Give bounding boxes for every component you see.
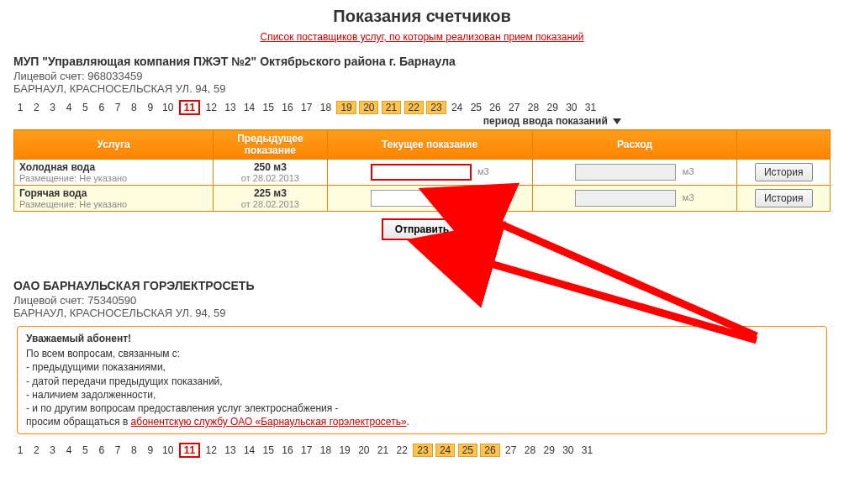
day-cell[interactable]: 18	[318, 444, 334, 457]
day-cell[interactable]: 5	[78, 101, 92, 114]
day-calendar: 1 2 3 4 5 6 7 8 9 10 11 12 13 14 15 16 1…	[13, 441, 831, 459]
day-cell[interactable]: 20	[359, 101, 378, 114]
day-cell[interactable]: 10	[160, 444, 176, 457]
day-cell[interactable]: 14	[241, 101, 257, 114]
day-cell[interactable]: 15	[261, 444, 277, 457]
day-cell[interactable]: 20	[356, 444, 372, 457]
day-cell[interactable]: 10	[160, 101, 176, 114]
day-cell[interactable]: 18	[318, 101, 334, 114]
day-cell[interactable]: 7	[111, 444, 124, 457]
day-cell[interactable]: 19	[336, 444, 352, 457]
consumption-input	[575, 164, 676, 181]
day-cell[interactable]: 2	[29, 444, 43, 457]
day-cell[interactable]: 21	[375, 444, 391, 457]
day-cell[interactable]: 4	[62, 101, 76, 114]
submit-row: Отправить	[13, 212, 831, 247]
day-cell[interactable]: 8	[127, 444, 140, 457]
day-cell[interactable]: 7	[111, 101, 124, 114]
day-cell[interactable]: 9	[144, 444, 157, 457]
day-calendar: 1 2 3 4 5 6 7 8 9 10 11 12 13 14 15 16 1…	[13, 98, 831, 117]
consumption-input	[575, 190, 676, 207]
day-cell[interactable]: 24	[435, 444, 455, 457]
day-cell[interactable]: 29	[544, 101, 560, 114]
day-cell[interactable]: 19	[336, 101, 356, 114]
day-cell[interactable]: 4	[62, 444, 76, 457]
day-cell[interactable]: 21	[382, 101, 401, 114]
notice-line: - наличием задолженности,	[26, 388, 818, 402]
day-cell[interactable]: 22	[394, 444, 410, 457]
day-cell[interactable]: 8	[127, 101, 140, 114]
period-label[interactable]: период ввода показаний	[13, 115, 831, 127]
day-cell[interactable]: 9	[144, 101, 157, 114]
day-cell[interactable]: 11	[179, 443, 200, 458]
col-cons: Расход	[532, 130, 737, 160]
day-cell[interactable]: 26	[480, 444, 499, 457]
day-cell[interactable]: 23	[426, 101, 446, 114]
providers-link[interactable]: Список поставщиков услуг, по которым реа…	[260, 31, 583, 43]
submit-button[interactable]: Отправить	[382, 218, 462, 240]
day-cell[interactable]: 5	[78, 444, 92, 457]
providers-link-wrap: Список поставщиков услуг, по которым реа…	[10, 31, 834, 43]
day-cell[interactable]: 12	[203, 444, 219, 457]
day-cell[interactable]: 3	[46, 101, 60, 114]
current-reading-input[interactable]	[371, 164, 472, 181]
notice-contact-link[interactable]: абонентскую службу ОАО «Барнаульская гор…	[131, 416, 407, 428]
day-cell[interactable]: 1	[13, 101, 27, 114]
day-cell[interactable]: 17	[298, 101, 314, 114]
day-cell[interactable]: 26	[487, 101, 503, 114]
day-cell[interactable]: 31	[583, 101, 599, 114]
provider-company: ОАО БАРНАУЛЬСКАЯ ГОРЭЛЕКТРОСЕТЬ	[13, 279, 831, 292]
current-reading-input[interactable]	[371, 190, 472, 207]
unit-label: м3	[683, 166, 694, 176]
history-button[interactable]: История	[755, 189, 813, 207]
day-cell[interactable]: 28	[525, 101, 541, 114]
col-actions	[737, 130, 831, 160]
day-cell[interactable]: 27	[503, 444, 519, 457]
day-cell[interactable]: 3	[46, 444, 60, 457]
day-cell[interactable]: 13	[222, 101, 238, 114]
prev-value: 250 м3	[219, 161, 322, 173]
day-cell[interactable]: 6	[95, 444, 108, 457]
day-cell[interactable]: 6	[95, 101, 108, 114]
day-cell[interactable]: 25	[468, 101, 484, 114]
prev-date-line: от 28.02.2013	[219, 199, 322, 209]
col-service: Услуга	[14, 130, 214, 160]
notice-box: Уважаемый абонент! По всем вопросам, свя…	[17, 326, 827, 434]
day-cell[interactable]: 27	[506, 101, 522, 114]
day-cell[interactable]: 24	[449, 101, 465, 114]
service-cell: Холодная вода Размещение: Не указано	[14, 160, 214, 186]
day-cell[interactable]: 15	[261, 101, 277, 114]
history-button[interactable]: История	[755, 163, 813, 181]
unit-label: м3	[477, 166, 489, 176]
day-cell[interactable]: 14	[241, 444, 257, 457]
service-name: Горячая вода	[19, 187, 208, 199]
day-cell[interactable]: 16	[279, 444, 295, 457]
actions-cell: История	[737, 160, 831, 186]
day-cell[interactable]: 2	[29, 101, 43, 114]
day-cell[interactable]: 23	[413, 444, 432, 457]
current-cell: м3	[327, 160, 532, 186]
date-prefix: от	[241, 173, 253, 183]
day-cell[interactable]: 1	[13, 444, 27, 457]
day-cell[interactable]: 12	[203, 101, 219, 114]
actions-cell: История	[737, 186, 831, 212]
day-cell[interactable]: 16	[279, 101, 295, 114]
table-row: Холодная вода Размещение: Не указано 250…	[14, 160, 831, 186]
day-cell[interactable]: 28	[522, 444, 538, 457]
day-cell[interactable]: 11	[179, 100, 200, 115]
table-row: Горячая вода Размещение: Не указано 225 …	[14, 186, 831, 212]
day-cell[interactable]: 31	[579, 444, 595, 457]
day-cell[interactable]: 29	[541, 444, 557, 457]
account-number: 968033459	[87, 70, 142, 82]
notice-contact-line: просим обращаться в абонентскую службу О…	[26, 415, 818, 428]
cons-cell: м3	[532, 186, 737, 212]
service-name: Холодная вода	[19, 161, 208, 173]
day-cell[interactable]: 13	[222, 444, 238, 457]
day-cell[interactable]: 22	[404, 101, 424, 114]
day-cell[interactable]: 30	[560, 444, 576, 457]
notice-line: По всем вопросам, связанным с:	[26, 347, 818, 360]
day-cell[interactable]: 25	[458, 444, 477, 457]
day-cell[interactable]: 17	[298, 444, 314, 457]
address-line: БАРНАУЛ, КРАСНОСЕЛЬСКАЯ УЛ. 94, 59	[13, 82, 831, 95]
day-cell[interactable]: 30	[563, 101, 579, 114]
